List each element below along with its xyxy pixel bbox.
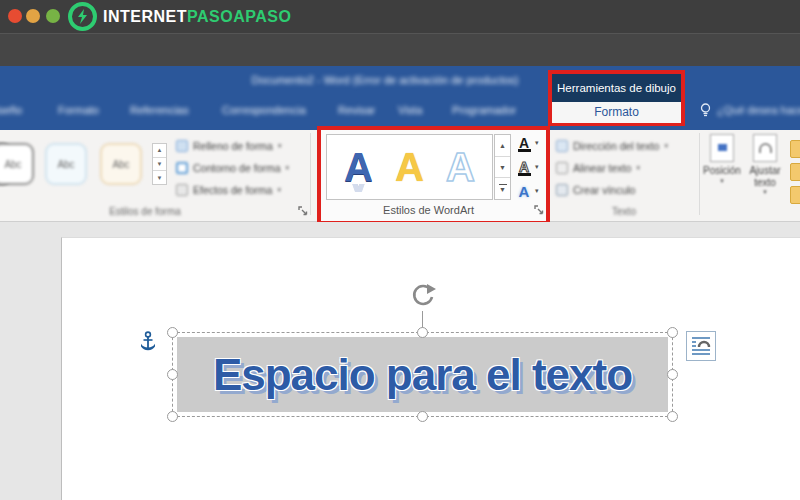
position-icon xyxy=(710,134,734,162)
send-backward-icon[interactable] xyxy=(790,163,800,181)
group-divider xyxy=(699,133,700,215)
browser-toolbar: ◀ ▶ Search xyxy=(0,33,800,66)
resize-handle-top-center[interactable] xyxy=(417,327,428,338)
resize-handle-bottom-center[interactable] xyxy=(417,411,428,422)
create-link-icon xyxy=(556,184,568,196)
minimize-window-icon[interactable] xyxy=(26,9,40,23)
position-label: Posición xyxy=(702,165,742,177)
shape-effects-icon xyxy=(176,184,188,196)
tab-diseno[interactable]: Diseño xyxy=(0,104,22,116)
tab-revisar[interactable]: Revisar xyxy=(338,104,375,116)
layout-options-button[interactable] xyxy=(686,331,716,361)
wordart-dialog-launcher-icon[interactable] xyxy=(534,205,544,215)
brand-wordmark: INTERNETPASOAPASO xyxy=(103,8,291,26)
contextual-tab-highlight: Herramientas de dibujo Formato xyxy=(548,70,685,126)
layout-options-icon xyxy=(690,335,712,357)
shape-outline-icon xyxy=(176,162,188,174)
shape-style-thumbnail[interactable]: Abc xyxy=(0,143,34,185)
dropdown-caret-icon: ▾ xyxy=(664,142,668,150)
create-link-button[interactable]: Crear vínculo xyxy=(556,182,668,198)
shape-styles-dialog-launcher-icon[interactable] xyxy=(298,206,308,216)
arrange-order-buttons[interactable] xyxy=(790,140,800,204)
browser-titlebar: INTERNETPASOAPASO xyxy=(0,0,800,33)
rotate-handle-icon[interactable] xyxy=(408,283,438,311)
dropdown-caret-icon: ▾ xyxy=(745,188,785,196)
tab-formato-contextual[interactable]: Formato xyxy=(552,102,681,123)
dropdown-caret-icon: ▾ xyxy=(535,187,539,195)
brand-text-green: PASOAPASO xyxy=(187,8,291,25)
tab-vista[interactable]: Vista xyxy=(398,104,422,116)
wordart-style-fill-blue[interactable]: AA xyxy=(344,147,373,187)
gallery-letter: A xyxy=(395,145,424,189)
wordart-style-fill-gold[interactable]: A xyxy=(395,147,424,187)
resize-handle-bottom-left[interactable] xyxy=(167,411,178,422)
text-outline-color-bar xyxy=(518,173,531,177)
wrap-text-label: Ajustar texto xyxy=(745,165,785,188)
resize-handle-mid-left[interactable] xyxy=(167,369,178,380)
app-window: INTERNETPASOAPASO ◀ ▶ Search Documento2 … xyxy=(0,0,800,500)
wordart-text[interactable]: Espacio para el texto xyxy=(177,337,668,412)
shape-style-thumbnail[interactable]: Abc xyxy=(45,143,87,185)
tab-correspondencia[interactable]: Correspondencia xyxy=(222,104,306,116)
dropdown-caret-icon: ▾ xyxy=(636,164,640,172)
shape-styles-group-label: Estilos de forma xyxy=(0,206,290,217)
selection-pane-icon[interactable] xyxy=(790,186,800,204)
shape-fill-button[interactable]: Relleno de forma ▾ xyxy=(176,138,289,154)
gallery-up-icon[interactable]: ▲ xyxy=(495,135,510,157)
thumb-label: Abc xyxy=(57,159,74,170)
anchor-icon xyxy=(139,331,157,353)
lightbulb-icon xyxy=(700,103,711,117)
position-button[interactable]: Posición ▾ xyxy=(702,134,742,185)
thumb-label: Abc xyxy=(112,159,129,170)
thumb-label: Abc xyxy=(4,159,21,170)
shape-style-thumbnail[interactable]: Abc xyxy=(100,143,142,185)
text-direction-button[interactable]: Dirección del texto ▾ xyxy=(556,138,668,154)
shape-effects-button[interactable]: Efectos de forma ▾ xyxy=(176,182,289,198)
shape-gallery-scroll: ▲ ▼ ▼ xyxy=(152,143,167,185)
bring-forward-icon[interactable] xyxy=(790,140,800,158)
resize-handle-top-right[interactable] xyxy=(667,327,678,338)
maximize-window-icon[interactable] xyxy=(46,9,60,23)
tab-programador[interactable]: Programador xyxy=(452,104,516,116)
text-fill-color-bar xyxy=(518,149,531,153)
align-text-button[interactable]: Alinear texto ▾ xyxy=(556,160,668,176)
wordart-style-outline-blue[interactable]: A xyxy=(446,147,475,187)
gallery-down-icon[interactable]: ▼ xyxy=(153,158,166,172)
gallery-up-icon[interactable]: ▲ xyxy=(153,144,166,158)
text-fill-button[interactable]: A ▾ xyxy=(516,132,546,154)
wordart-gallery: AA A A xyxy=(326,134,493,200)
tell-me-label: ¿Qué desea hacer? xyxy=(717,104,800,116)
close-window-icon[interactable] xyxy=(8,9,22,23)
dropdown-caret-icon: ▾ xyxy=(535,139,539,147)
drawing-tools-header: Herramientas de dibujo xyxy=(552,74,681,102)
resize-handle-top-left[interactable] xyxy=(167,327,178,338)
create-link-label: Crear vínculo xyxy=(573,184,635,196)
gallery-more-icon[interactable]: ▼ xyxy=(495,178,510,199)
resize-handle-bottom-right[interactable] xyxy=(667,411,678,422)
shape-outline-button[interactable]: Contorno de forma ▾ xyxy=(176,160,289,176)
gallery-down-icon[interactable]: ▼ xyxy=(495,157,510,179)
group-divider xyxy=(310,133,311,215)
tab-formato-doc[interactable]: Formato xyxy=(58,104,99,116)
text-outline-button[interactable]: A ▾ xyxy=(516,156,546,178)
brand-text-white: INTERNET xyxy=(103,8,187,25)
text-direction-label: Dirección del texto xyxy=(573,140,659,152)
align-text-icon xyxy=(556,162,568,174)
resize-handle-mid-right[interactable] xyxy=(667,369,678,380)
dropdown-caret-icon: ▾ xyxy=(277,186,281,194)
text-group-label: Texto xyxy=(556,206,692,217)
gallery-letter: A xyxy=(344,145,373,189)
shape-fill-icon xyxy=(176,140,188,152)
wrap-text-button[interactable]: Ajustar texto ▾ xyxy=(745,134,785,196)
tab-referencias[interactable]: Referencias xyxy=(130,104,189,116)
brand-bolt-icon xyxy=(76,9,89,24)
dropdown-caret-icon: ▾ xyxy=(702,177,742,185)
gallery-more-icon[interactable]: ▼ xyxy=(153,171,166,184)
shape-outline-label: Contorno de forma xyxy=(193,162,281,174)
text-effects-button[interactable]: A ▾ xyxy=(516,180,546,202)
text-direction-icon xyxy=(556,140,568,152)
shape-fill-label: Relleno de forma xyxy=(193,140,273,152)
tell-me-box[interactable]: ¿Qué desea hacer? xyxy=(700,103,800,117)
text-effects-icon: A xyxy=(516,184,532,199)
dropdown-caret-icon: ▾ xyxy=(278,142,282,150)
